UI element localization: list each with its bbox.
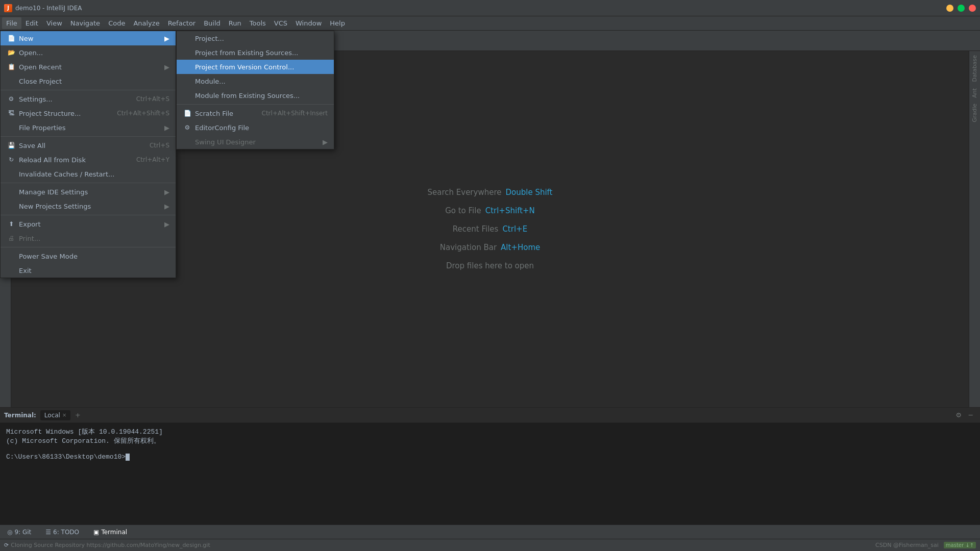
menu-item-build[interactable]: Build (200, 17, 225, 29)
recent-files-label: Recent Files (453, 224, 499, 234)
bottom-tab-terminal[interactable]: ▣ Terminal (90, 528, 130, 537)
terminal-label: Terminal: (4, 412, 36, 419)
submenu-editorconfig-label: EditorConfig File (195, 124, 249, 132)
right-sidebar: Database Ant Gradle (969, 51, 980, 407)
menu-separator-1 (1, 90, 176, 90)
window-controls: − □ × (946, 5, 976, 12)
menu-file-exit[interactable]: Exit (1, 263, 176, 278)
menu-file-save-all[interactable]: 💾 Save All Ctrl+S (1, 138, 176, 153)
bottom-tab-git[interactable]: ◎ 9: Git (4, 528, 34, 537)
menu-file-project-structure[interactable]: 🏗 Project Structure... Ctrl+Alt+Shift+S (1, 106, 176, 120)
menu-open-label: Open... (19, 49, 43, 57)
terminal-tab-local[interactable]: Local × (40, 410, 71, 420)
export-arrow-icon: ▶ (164, 220, 169, 228)
menu-file-manage-ide[interactable]: Manage IDE Settings ▶ (1, 185, 176, 199)
menu-exit-label: Exit (19, 267, 32, 274)
menu-item-code[interactable]: Code (104, 17, 129, 29)
submenu-module[interactable]: Module... (177, 74, 334, 88)
menu-item-view[interactable]: View (42, 17, 66, 29)
project-icon (183, 34, 192, 43)
menu-new-projects-label: New Projects Settings (19, 203, 91, 210)
terminal-content[interactable]: Microsoft Windows [版本 10.0.19044.2251] (… (0, 423, 980, 524)
right-panel-database[interactable]: Database (970, 53, 979, 84)
title-bar-left: J demo10 - IntelliJ IDEA (4, 4, 82, 12)
swing-icon (183, 137, 192, 146)
submenu-scratch-file[interactable]: 📄 Scratch File Ctrl+Alt+Shift+Insert (177, 106, 334, 120)
menu-file-file-properties[interactable]: File Properties ▶ (1, 120, 176, 135)
bottom-panel: ◎ 9: Git ☰ 6: TODO ▣ Terminal (0, 524, 980, 539)
menu-print-label: Print... (19, 235, 40, 242)
submenu-editor-config[interactable]: ⚙ EditorConfig File (177, 120, 334, 135)
menu-item-window[interactable]: Window (291, 17, 326, 29)
terminal-tab-label: Local (44, 412, 60, 419)
save-all-icon: 💾 (7, 141, 16, 150)
git-label: 9: Git (14, 529, 31, 536)
drop-files-label: Drop files here to open (446, 261, 534, 270)
submenu-module-from-existing[interactable]: Module from Existing Sources... (177, 88, 334, 103)
menu-file-open-recent[interactable]: 📋 Open Recent ▶ (1, 60, 176, 74)
file-menu-overlay: 📄 New ▶ 📂 Open... 📋 Open Recent ▶ Close … (0, 31, 176, 278)
menu-item-edit[interactable]: Edit (21, 17, 42, 29)
menu-invalidate-label: Invalidate Caches / Restart... (19, 170, 114, 178)
invalidate-icon (7, 169, 16, 179)
menu-file-new[interactable]: 📄 New ▶ (1, 31, 176, 45)
menu-file-power-save[interactable]: Power Save Mode (1, 249, 176, 263)
open-icon: 📂 (7, 48, 16, 57)
submenu-project[interactable]: Project... (177, 31, 334, 45)
menu-item-run[interactable]: Run (225, 17, 246, 29)
menu-separator-3 (1, 183, 176, 183)
menu-reload-all-label: Reload All from Disk (19, 156, 86, 164)
terminal-minimize-icon[interactable]: − (966, 410, 976, 420)
menu-item-navigate[interactable]: Navigate (66, 17, 104, 29)
minimize-button[interactable]: − (946, 5, 953, 12)
close-button[interactable]: × (969, 5, 976, 12)
status-spinner-icon: ⟳ (4, 542, 9, 548)
status-git-badge: master ↓↑ (944, 542, 976, 548)
submenu-project-from-vcs[interactable]: Project from Version Control... (177, 60, 334, 74)
terminal-tab-close[interactable]: × (62, 412, 66, 418)
menu-item-vcs[interactable]: VCS (270, 17, 291, 29)
menu-file-new-projects-settings[interactable]: New Projects Settings ▶ (1, 199, 176, 213)
menu-item-tools[interactable]: Tools (246, 17, 270, 29)
status-left: ⟳ Cloning Source Repository https://gith… (4, 542, 210, 548)
menu-item-refactor[interactable]: Refactor (164, 17, 200, 29)
project-existing-icon (183, 48, 192, 57)
menu-manage-ide-label: Manage IDE Settings (19, 188, 88, 196)
right-panel-ant[interactable]: Ant (970, 86, 979, 100)
title-bar: J demo10 - IntelliJ IDEA − □ × (0, 0, 980, 16)
terminal-add-button[interactable]: + (72, 410, 83, 420)
terminal-settings-icon[interactable]: ⚙ (953, 410, 964, 420)
bottom-tab-todo[interactable]: ☰ 6: TODO (42, 528, 82, 537)
menu-item-file[interactable]: File (2, 17, 21, 29)
menu-item-help[interactable]: Help (326, 17, 349, 29)
menu-item-analyze[interactable]: Analyze (129, 17, 163, 29)
menu-file-open[interactable]: 📂 Open... (1, 45, 176, 60)
menu-separator-2 (1, 136, 176, 137)
submenu-project-label: Project... (195, 35, 224, 42)
todo-icon: ☰ (45, 529, 51, 536)
new-submenu: Project... Project from Existing Sources… (176, 31, 334, 149)
maximize-button[interactable]: □ (958, 5, 965, 12)
right-panel-gradle[interactable]: Gradle (970, 102, 979, 124)
goto-file-label: Go to File (445, 206, 481, 215)
export-icon: ⬆ (7, 219, 16, 229)
menu-file-close-project[interactable]: Close Project (1, 74, 176, 88)
submenu-project-from-existing[interactable]: Project from Existing Sources... (177, 45, 334, 60)
new-projects-arrow-icon: ▶ (164, 203, 169, 210)
print-icon: 🖨 (7, 234, 16, 243)
close-project-icon (7, 77, 16, 86)
menu-file-settings[interactable]: ⚙ Settings... Ctrl+Alt+S (1, 92, 176, 106)
menu-separator-4 (1, 215, 176, 215)
status-bar: ⟳ Cloning Source Repository https://gith… (0, 539, 980, 551)
title-text: demo10 - IntelliJ IDEA (15, 5, 82, 12)
menu-file-export[interactable]: ⬆ Export ▶ (1, 217, 176, 231)
scratch-icon: 📄 (183, 109, 192, 118)
menu-file-invalidate-caches[interactable]: Invalidate Caches / Restart... (1, 167, 176, 181)
menu-file-reload-all[interactable]: ↻ Reload All from Disk Ctrl+Alt+Y (1, 153, 176, 167)
editorconfig-icon: ⚙ (183, 123, 192, 132)
file-properties-arrow-icon: ▶ (164, 124, 169, 132)
exit-icon (7, 266, 16, 275)
file-menu: 📄 New ▶ 📂 Open... 📋 Open Recent ▶ Close … (0, 31, 176, 278)
terminal-line-3 (6, 445, 974, 453)
open-recent-arrow-icon: ▶ (164, 63, 169, 71)
